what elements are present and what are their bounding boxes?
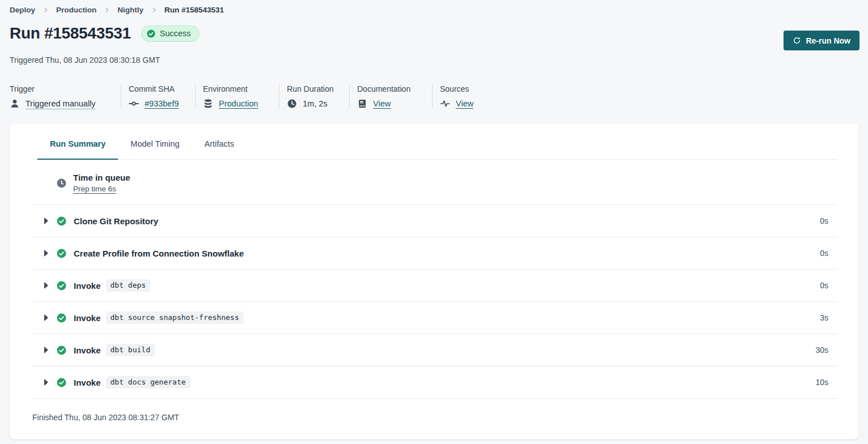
step-duration: 0s (820, 249, 828, 258)
step-duration: 3s (820, 313, 828, 322)
step-command: dbt build (106, 344, 155, 356)
chevron-right-icon (42, 6, 49, 14)
step-row-clone-git[interactable]: Clone Git Repository 0s (32, 205, 837, 237)
step-name: Invoke (74, 378, 101, 387)
step-command: dbt docs generate (106, 376, 190, 388)
meta-divider (279, 84, 280, 109)
tab-model-timing[interactable]: Model Timing (118, 138, 192, 159)
meta-documentation: Documentation View (357, 84, 425, 109)
expand-caret-icon[interactable] (41, 216, 50, 225)
breadcrumb: Deploy Production Nightly Run #158543531 (0, 0, 868, 14)
tab-run-summary[interactable]: Run Summary (37, 138, 118, 159)
expand-caret-icon[interactable] (41, 249, 50, 258)
time-in-queue-section: Time in queue Prep time 6s (32, 160, 837, 205)
tab-artifacts[interactable]: Artifacts (192, 138, 247, 159)
page-title: Run #158543531 (10, 24, 131, 42)
clock-icon (56, 178, 67, 189)
meta-label: Documentation (357, 84, 425, 93)
meta-trigger: Trigger Triggered manually (10, 84, 113, 109)
user-icon (10, 99, 20, 109)
meta-divider (432, 84, 433, 109)
expand-caret-icon[interactable] (41, 313, 50, 322)
meta-label: Environment (203, 84, 272, 93)
pulse-icon (440, 99, 450, 109)
meta-divider (195, 84, 196, 109)
step-row-dbt-source-freshness[interactable]: Invoke dbt source snapshot-freshness 3s (32, 302, 837, 334)
documentation-view-link[interactable]: View (373, 99, 391, 108)
tab-bar: Run Summary Model Timing Artifacts (32, 138, 837, 160)
meta-label: Trigger (10, 84, 113, 93)
sources-view-link[interactable]: View (456, 99, 473, 108)
step-duration: 0s (820, 281, 828, 290)
meta-divider (121, 84, 121, 109)
step-row-create-profile[interactable]: Create Profile from Connection Snowflake… (32, 237, 837, 270)
run-meta-strip: Trigger Triggered manually Commit SHA #9… (10, 84, 868, 109)
breadcrumb-deploy[interactable]: Deploy (10, 6, 35, 14)
trigger-value[interactable]: Triggered manually (26, 99, 96, 108)
chevron-right-icon (103, 6, 111, 14)
database-icon (203, 99, 213, 109)
meta-label: Run Duration (287, 84, 342, 93)
rerun-now-label: Re-run Now (806, 36, 850, 45)
step-command: dbt deps (106, 279, 151, 292)
expand-caret-icon[interactable] (41, 281, 50, 290)
success-check-icon (56, 280, 67, 291)
environment-link[interactable]: Production (219, 99, 258, 108)
rerun-now-button[interactable]: Re-run Now (784, 31, 859, 50)
finished-timestamp: Finished Thu, 08 Jun 2023 08:31:27 GMT (32, 399, 837, 422)
step-row-dbt-deps[interactable]: Invoke dbt deps 0s (32, 270, 837, 302)
chevron-right-icon (150, 6, 158, 14)
refresh-icon (793, 36, 801, 45)
step-duration: 30s (815, 345, 828, 355)
commit-sha-link[interactable]: #933bef9 (145, 99, 179, 108)
git-commit-icon (129, 99, 139, 109)
step-name: Invoke (74, 281, 101, 291)
breadcrumb-nightly[interactable]: Nightly (117, 6, 143, 14)
meta-environment: Environment Production (203, 84, 272, 109)
status-badge: Success (141, 25, 200, 42)
success-check-icon (56, 216, 67, 227)
book-icon (357, 99, 367, 109)
meta-label: Sources (440, 84, 481, 93)
prep-time-link[interactable]: Prep time 6s (73, 185, 116, 193)
meta-divider (349, 84, 350, 109)
meta-label: Commit SHA (129, 84, 188, 93)
expand-caret-icon[interactable] (41, 378, 50, 387)
meta-run-duration: Run Duration 1m, 2s (287, 84, 342, 109)
step-duration: 10s (815, 378, 828, 387)
step-row-dbt-docs-generate[interactable]: Invoke dbt docs generate 10s (32, 366, 837, 399)
breadcrumb-current-run: Run #158543531 (164, 6, 224, 14)
success-check-icon (56, 313, 67, 323)
meta-sources: Sources View (440, 84, 481, 109)
step-duration: 0s (820, 216, 828, 225)
success-check-icon (56, 377, 67, 388)
header: Run #158543531 Success Re-run Now (10, 24, 859, 50)
run-detail-page: Deploy Production Nightly Run #158543531… (0, 0, 868, 444)
step-name: Invoke (74, 345, 101, 355)
step-name: Clone Git Repository (74, 216, 158, 226)
run-summary-card: Run Summary Model Timing Artifacts Time … (10, 123, 858, 439)
check-circle-icon (146, 29, 156, 39)
run-duration-value: 1m, 2s (303, 99, 328, 108)
step-row-dbt-build[interactable]: Invoke dbt build 30s (32, 334, 837, 366)
status-badge-label: Success (160, 29, 191, 38)
expand-caret-icon[interactable] (41, 345, 50, 355)
time-in-queue-title: Time in queue (73, 172, 130, 183)
clock-icon (287, 99, 297, 109)
triggered-timestamp: Triggered Thu, 08 Jun 2023 08:30:18 GMT (10, 56, 868, 65)
step-command: dbt source snapshot-freshness (106, 311, 244, 324)
meta-commit-sha: Commit SHA #933bef9 (129, 84, 188, 109)
step-name: Invoke (74, 313, 101, 323)
success-check-icon (56, 345, 67, 356)
step-name: Create Profile from Connection Snowflake (74, 249, 244, 258)
success-check-icon (56, 248, 67, 259)
breadcrumb-production[interactable]: Production (56, 6, 96, 14)
